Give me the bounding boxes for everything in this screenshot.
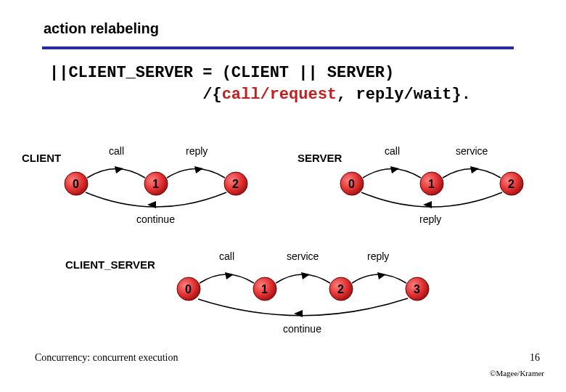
svg-marker-16: [225, 272, 234, 279]
client-edge-continue: continue: [136, 213, 175, 225]
code-block: ||CLIENT_SERVER = (CLIENT || SERVER) /{c…: [49, 62, 471, 105]
page-number: 16: [530, 352, 540, 364]
server-label: SERVER: [298, 152, 343, 164]
server-state-1: 1: [428, 178, 435, 190]
server-graph: SERVER 0 1 2 call service reply: [290, 134, 559, 229]
svg-marker-3: [115, 166, 123, 173]
client-state-1: 1: [152, 178, 159, 190]
cs-edge-call: call: [219, 250, 234, 262]
title-rule: [42, 46, 514, 49]
cs-edge-reply: reply: [367, 250, 389, 262]
svg-marker-19: [294, 310, 303, 317]
client-state-2: 2: [232, 178, 239, 190]
copyright: ©Magee/Kramer: [490, 369, 544, 377]
server-state-0: 0: [348, 178, 355, 190]
cs-edge-service: service: [287, 250, 319, 262]
client-label: CLIENT: [22, 152, 61, 164]
client-graph: CLIENT 0 1 2 call reply continue: [15, 134, 283, 229]
server-edge-service: service: [456, 145, 488, 157]
svg-marker-18: [377, 272, 386, 279]
client-server-graph: CLIENT_SERVER 0 1 2 3 call service reply…: [65, 240, 472, 341]
code-indent: /{: [49, 86, 222, 104]
footer-text: Concurrency: concurrent execution: [35, 352, 178, 364]
code-tail: , reply/wait}.: [337, 86, 471, 104]
server-state-2: 2: [508, 178, 514, 190]
client-state-0: 0: [73, 178, 79, 190]
cs-state-1: 1: [261, 283, 268, 295]
client-edge-reply: reply: [186, 145, 208, 157]
code-line-1: ||CLIENT_SERVER = (CLIENT || SERVER): [49, 64, 394, 82]
cs-label: CLIENT_SERVER: [65, 258, 155, 271]
cs-state-0: 0: [185, 283, 192, 295]
cs-state-3: 3: [414, 283, 420, 295]
server-edge-reply: reply: [419, 213, 441, 225]
server-edge-call: call: [385, 145, 400, 157]
svg-marker-17: [301, 272, 310, 279]
cs-edge-continue: continue: [283, 323, 321, 335]
code-highlight: call/request: [222, 86, 337, 104]
cs-state-2: 2: [337, 283, 344, 295]
svg-marker-10: [470, 166, 479, 173]
svg-marker-4: [194, 166, 203, 173]
slide-title: action relabeling: [44, 20, 159, 37]
client-edge-call: call: [109, 145, 124, 157]
svg-marker-9: [390, 166, 399, 173]
